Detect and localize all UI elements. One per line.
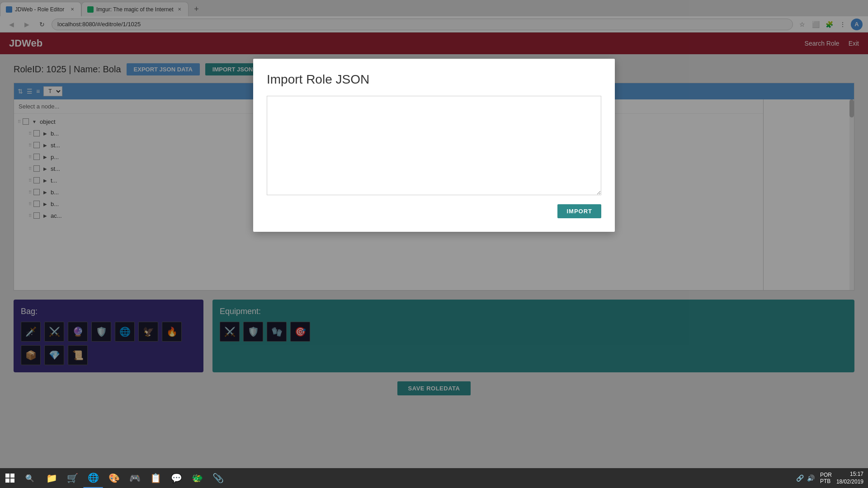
svg-rect-3 (10, 479, 14, 483)
modal-import-button[interactable]: IMPORT (557, 204, 601, 218)
taskbar-app-paint[interactable]: 🎨 (104, 468, 124, 488)
modal-overlay[interactable]: Import Role JSON IMPORT (0, 0, 868, 488)
svg-rect-2 (5, 479, 9, 483)
modal-footer: IMPORT (267, 204, 601, 218)
taskbar-app-skype[interactable]: 💬 (166, 468, 186, 488)
import-modal: Import Role JSON IMPORT (253, 59, 615, 232)
taskbar: 🔍 📁 🛒 🌐 🎨 🎮 📋 💬 🐲 📎 🔗 🔊 PORPTB 15:17 18/… (0, 468, 868, 488)
taskbar-app-game2[interactable]: 🐲 (187, 468, 207, 488)
volume-icon[interactable]: 🔊 (807, 474, 816, 483)
svg-rect-1 (10, 474, 14, 478)
taskbar-app-store[interactable]: 🛒 (62, 468, 82, 488)
taskbar-tray-icons: 🔗 🔊 (796, 474, 816, 483)
taskbar-date: 18/02/2019 (836, 478, 863, 486)
taskbar-lang: PORPTB (820, 472, 832, 484)
json-import-textarea[interactable] (267, 96, 601, 195)
taskbar-app-task[interactable]: 📋 (146, 468, 165, 488)
taskbar-app-explorer[interactable]: 📁 (42, 468, 61, 488)
taskbar-search-button[interactable]: 🔍 (20, 468, 40, 488)
modal-title: Import Role JSON (267, 72, 601, 87)
start-button[interactable] (0, 468, 20, 488)
network-icon[interactable]: 🔗 (796, 474, 805, 483)
windows-logo-icon (5, 474, 14, 483)
taskbar-time: 15:17 (836, 470, 863, 478)
taskbar-app-misc[interactable]: 📎 (208, 468, 228, 488)
svg-rect-0 (5, 474, 9, 478)
taskbar-clock: 15:17 18/02/2019 (836, 470, 863, 486)
taskbar-right: 🔗 🔊 PORPTB 15:17 18/02/2019 (791, 470, 868, 486)
taskbar-app-gaming[interactable]: 🎮 (125, 468, 145, 488)
taskbar-apps: 📁 🛒 🌐 🎨 🎮 📋 💬 🐲 📎 (40, 468, 230, 488)
taskbar-app-browser[interactable]: 🌐 (83, 468, 103, 488)
